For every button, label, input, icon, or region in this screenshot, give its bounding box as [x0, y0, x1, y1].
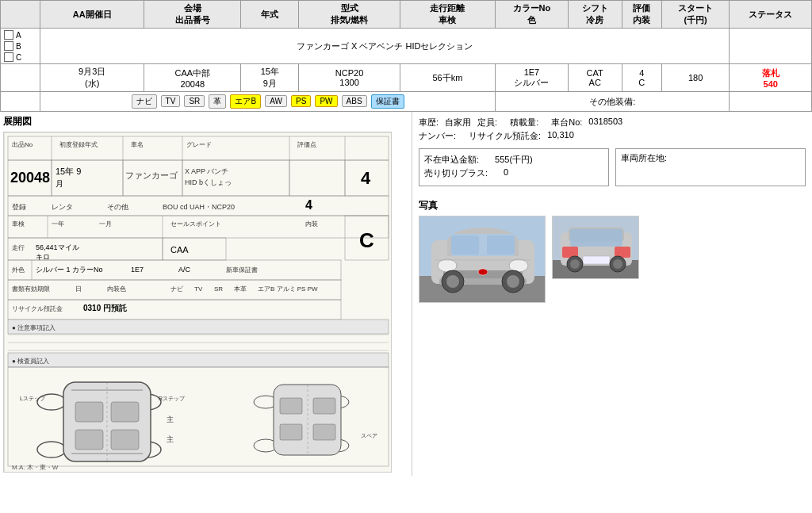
number-label: ナンバー: — [419, 130, 456, 142]
equip-navi: ナビ — [132, 94, 157, 109]
svg-rect-117 — [487, 235, 515, 255]
photos-title: 写真 — [419, 199, 806, 212]
svg-rect-116 — [451, 235, 479, 255]
svg-text:CAA: CAA — [170, 245, 189, 255]
svg-text:出品No: 出品No — [12, 141, 33, 148]
svg-text:その他: その他 — [107, 203, 128, 211]
equip-sr: SR — [184, 95, 205, 107]
svg-text:本革: 本革 — [234, 285, 247, 293]
svg-text:リサイクル預託金: リサイクル預託金 — [12, 305, 63, 312]
right-panel: 車歴: 自家用 定員: 積載量: 車台No: 0318503 ナンバー: リサイ… — [412, 112, 812, 476]
svg-text:シルバー 1 カラーNo: シルバー 1 カラーNo — [36, 266, 103, 274]
status-price: 540 — [764, 79, 778, 89]
equip-hosho: 保証書 — [371, 94, 404, 109]
svg-rect-132 — [570, 229, 622, 247]
car-no-label: 車台No: — [551, 117, 582, 128]
equip-kawa: 革 — [209, 94, 226, 109]
svg-rect-82 — [75, 402, 103, 422]
svg-text:評価点: 評価点 — [297, 141, 316, 148]
col-shift: シフト冷房 — [568, 1, 622, 29]
svg-text:C: C — [359, 228, 374, 252]
svg-text:SR: SR — [214, 285, 223, 293]
svg-text:外色: 外色 — [12, 266, 25, 274]
model-cell: NCP20 1300 — [299, 64, 400, 92]
svg-rect-83 — [111, 402, 139, 422]
col-grade: 評価内装 — [622, 1, 661, 29]
svg-text:レンタ: レンタ — [52, 203, 73, 211]
equip-ps: PS — [291, 95, 311, 107]
color-name-value: シルバー — [514, 78, 549, 87]
svg-text:4: 4 — [361, 168, 371, 188]
equip-abs: ABS — [342, 95, 367, 107]
svg-text:A/C: A/C — [178, 266, 191, 274]
start-price-value: 180 — [688, 73, 703, 82]
car-front-svg — [419, 216, 546, 303]
equip-tv: TV — [161, 95, 181, 107]
start-price-cell: 180 — [661, 64, 730, 92]
history-label: 車歴: — [419, 117, 439, 128]
year-value: 15年 — [261, 67, 279, 76]
empty-abc — [1, 64, 40, 92]
svg-text:Lステップ: Lステップ — [20, 396, 46, 401]
price-section: 不在申込金額: 555(千円) 売り切りプラス: 0 — [419, 148, 609, 186]
grade-cell: 4 C — [622, 64, 661, 92]
svg-rect-96 — [280, 398, 302, 414]
checkbox-a[interactable] — [4, 30, 13, 40]
svg-text:56,441マイル: 56,441マイル — [36, 243, 79, 251]
svg-text:一月: 一月 — [99, 220, 112, 228]
shift-cell: CAT AC — [568, 64, 622, 92]
fuzai-row: 不在申込金額: 555(千円) — [424, 154, 603, 166]
month-value: 9月 — [263, 78, 277, 88]
date-cell: 9月3日 (水) — [40, 64, 144, 92]
fuzai-label: 不在申込金額: — [424, 154, 479, 166]
interior-value: C — [638, 78, 645, 87]
fuzai-value: 555(千円) — [495, 154, 533, 166]
recycle-value: 10,310 — [547, 130, 574, 142]
svg-text:エアB アルミ PS PW: エアB アルミ PS PW — [258, 285, 318, 293]
history-value: 自家用 — [445, 117, 471, 128]
svg-text:TV: TV — [194, 285, 203, 293]
svg-rect-71 — [8, 353, 389, 367]
doc-svg: 出品No 初度登録年式 車名 グレード 評価点 20048 15年 9 月 — [4, 132, 392, 473]
photo-front — [419, 216, 546, 303]
col-color: カラーNo色 — [496, 1, 569, 29]
svg-text:M.A. 木・東・W: M.A. 木・東・W — [12, 464, 59, 471]
svg-text:キロ: キロ — [36, 253, 50, 261]
checkbox-b[interactable] — [4, 41, 13, 51]
svg-text:セールスポイント: セールスポイント — [170, 220, 221, 228]
col-venue: 会場出品番号 — [144, 1, 241, 29]
main-table: AA開催日 会場出品番号 年式 型式排気/燃料 走行距離車検 カラーNo色 シフ… — [0, 0, 812, 112]
grade-value: 4 — [639, 68, 644, 78]
label-b: B — [16, 42, 21, 51]
main-content: 展開図 出品No 初度登録年式 車名 グレード 評価点 — [0, 112, 812, 476]
svg-point-125 — [507, 275, 519, 288]
svg-text:● 注意事項記入: ● 注意事項記入 — [12, 324, 56, 331]
color-cell: 1E7 シルバー — [496, 64, 569, 92]
lot-value: 20048 — [181, 79, 205, 89]
svg-text:書類有効期限: 書類有効期限 — [12, 285, 50, 293]
svg-rect-94 — [274, 385, 341, 455]
col-year: 年式 — [241, 1, 299, 29]
venue-value: CAA中部 — [175, 68, 211, 78]
svg-rect-98 — [280, 424, 302, 440]
car-name-cell: ファンカーゴ X ベアベンチ HIDセレクション — [40, 29, 730, 64]
svg-point-127 — [478, 269, 488, 275]
header-abc — [1, 1, 40, 29]
urikiri-row: 売り切りプラス: 0 — [424, 167, 603, 179]
svg-rect-135 — [583, 256, 610, 264]
checkbox-c[interactable] — [4, 52, 13, 62]
urikiri-value: 0 — [504, 167, 508, 179]
svg-text:ナビ: ナビ — [170, 285, 184, 293]
svg-text:15年 9: 15年 9 — [56, 167, 81, 176]
svg-text:新車保証書: 新車保証書 — [226, 266, 258, 274]
left-panel: 展開図 出品No 初度登録年式 車名 グレード 評価点 — [0, 112, 412, 476]
col-status: ステータス — [730, 1, 812, 29]
col-model: 型式排気/燃料 — [299, 1, 400, 29]
svg-text:走行: 走行 — [12, 244, 25, 251]
svg-text:4: 4 — [305, 198, 312, 212]
equip-aw: AW — [265, 95, 287, 107]
other-equip-label: その他装備: — [589, 97, 635, 106]
car-no-value: 0318503 — [588, 117, 622, 128]
col-start: スタート(千円) — [661, 1, 730, 29]
year-cell: 15年 9月 — [241, 64, 299, 92]
